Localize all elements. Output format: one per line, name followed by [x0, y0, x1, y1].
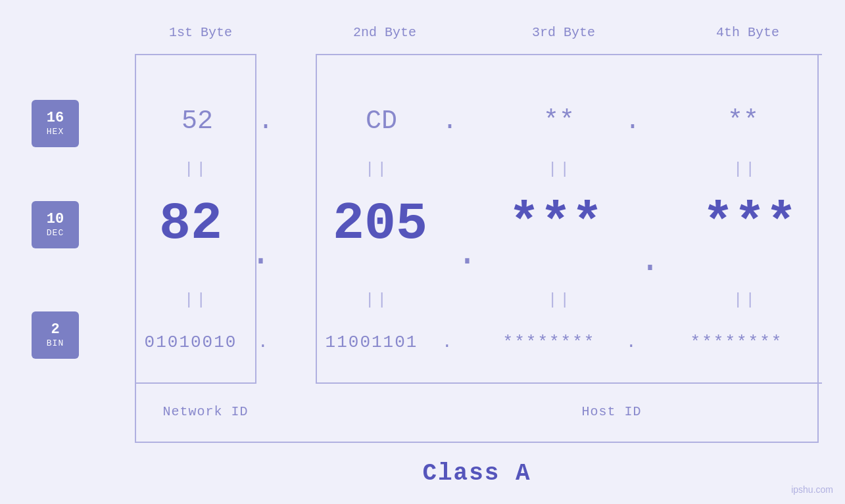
bracket-vert-host-right	[817, 54, 819, 384]
badge-bin-label: BIN	[47, 338, 64, 348]
eq-hd-1: ||	[184, 160, 208, 178]
header-byte2: 2nd Byte	[316, 25, 454, 40]
dec-dot-3: .	[639, 240, 661, 281]
hex-val-2: CD	[335, 106, 427, 136]
badge-dec-label: DEC	[47, 228, 64, 238]
badge-dec-num: 10	[47, 212, 64, 227]
dec-val-3: ***	[490, 194, 621, 254]
bracket-full-bottom	[135, 442, 819, 443]
bin-val-2: 11001101	[306, 332, 437, 352]
badge-hex-label: HEX	[47, 127, 64, 137]
dec-val-4: ***	[684, 194, 815, 254]
dec-val-2: 205	[314, 194, 446, 254]
bin-dot-2: .	[442, 332, 452, 352]
eq-hd-3: ||	[548, 160, 572, 178]
bracket-vert-full-left	[135, 382, 136, 443]
label-class-a: Class A	[135, 460, 819, 487]
eq-hd-2: ||	[365, 160, 389, 178]
bracket-bottom-host	[316, 382, 822, 384]
badge-hex: 16 HEX	[32, 100, 79, 147]
bracket-top-network	[135, 54, 256, 55]
label-host-id: Host ID	[421, 404, 802, 419]
label-network-id: Network ID	[145, 404, 266, 419]
hex-val-4: **	[697, 106, 789, 136]
dec-val-1: 82	[138, 194, 243, 254]
bracket-vert-full-right	[817, 382, 819, 443]
badge-hex-num: 16	[47, 110, 64, 126]
hex-dot-3: .	[625, 106, 640, 136]
eq-db-4: ||	[733, 291, 758, 309]
hex-dot-1: .	[258, 106, 274, 136]
bracket-bottom-network	[135, 382, 256, 384]
eq-db-1: ||	[184, 291, 208, 309]
eq-db-3: ||	[548, 291, 572, 309]
bracket-top-host	[316, 54, 822, 55]
eq-db-2: ||	[365, 291, 389, 309]
eq-hd-4: ||	[733, 160, 758, 178]
hex-dot-2: .	[442, 106, 458, 136]
bin-dot-3: .	[626, 332, 637, 352]
bin-val-1: 01010010	[125, 332, 256, 352]
header-byte1: 1st Byte	[132, 25, 270, 40]
dec-dot-2: .	[456, 233, 478, 275]
main-container: 16 HEX 10 DEC 2 BIN 1st Byte 2nd Byte 3r…	[0, 0, 845, 504]
hex-val-1: 52	[151, 106, 243, 136]
dec-dot-1: .	[250, 233, 272, 275]
bin-dot-1: .	[258, 332, 268, 352]
bin-val-3: ********	[483, 332, 615, 352]
header-byte3: 3rd Byte	[495, 25, 633, 40]
bin-val-4: ********	[671, 332, 802, 352]
badge-bin-num: 2	[51, 322, 59, 338]
badge-bin: 2 BIN	[32, 311, 79, 359]
watermark: ipshu.com	[791, 484, 833, 495]
header-byte4: 4th Byte	[679, 25, 817, 40]
hex-val-3: **	[513, 106, 605, 136]
badge-dec: 10 DEC	[32, 201, 79, 248]
